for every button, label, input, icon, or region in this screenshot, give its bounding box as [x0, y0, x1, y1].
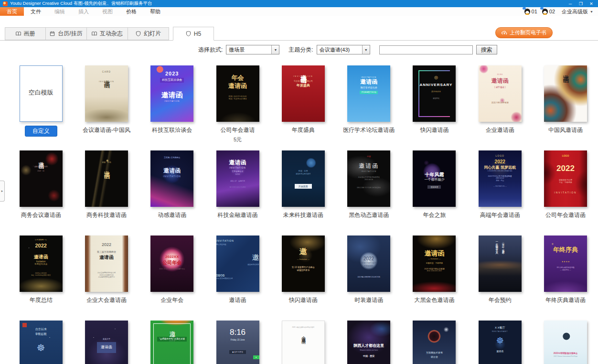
- template-label[interactable]: 医疗学术论坛邀请函: [343, 126, 395, 134]
- template-label[interactable]: 快闪邀请函: [420, 126, 448, 134]
- template-label[interactable]: 年终庆典邀请函: [545, 296, 586, 304]
- template-thumbnail[interactable]: 邀 請"会呼吸的空气" 主题艺术展: [150, 321, 193, 364]
- template-thumbnail[interactable]: INVITATION周年庆邀请函邀诚邀您莅临指导08/06北京某某有限责任公司: [216, 236, 259, 292]
- template-thumbnail[interactable]: 年光 致敬每一年2022邀请函Invitation年度总结大会2022年1月20…: [20, 236, 63, 292]
- filterbar: 选择款式: 微场景 ▼ 主题分类: 会议邀请(43) ▼ 搜索: [0, 44, 598, 55]
- template-label[interactable]: 科技金融邀请函: [218, 211, 258, 219]
- template-thumbnail[interactable]: 二零二二年 农历虎年 一年中的第三百五十六天: [479, 236, 522, 292]
- template-thumbnail[interactable]: LOGO2022诚邀您拨冗出席年会 · 年终盛典INVITATION: [544, 150, 587, 207]
- menu-item[interactable]: 编辑: [48, 7, 72, 16]
- customize-button[interactable]: 自定义: [25, 126, 57, 137]
- thumb-text: 2023: [165, 70, 179, 77]
- template-label[interactable]: 年会之旅: [423, 211, 446, 219]
- cloud-upload-icon: [502, 31, 507, 35]
- upload-ebook-button[interactable]: 上传翻页电子书: [495, 27, 553, 38]
- menu-item[interactable]: 价格: [119, 7, 143, 16]
- menu-item[interactable]: 首页: [0, 7, 24, 16]
- template-thumbnail[interactable]: 互联网+宏远高峰会邀请函INVITATION: [150, 150, 193, 207]
- tab-互动杂志[interactable]: 互动杂志: [87, 27, 128, 40]
- tab-H5[interactable]: H5: [173, 27, 214, 41]
- template-label[interactable]: 企业大会邀请函: [86, 296, 127, 304]
- template-thumbnail[interactable]: 诚邀 · 莅临邀请函: [85, 150, 128, 207]
- tab-画册[interactable]: 画册: [5, 27, 46, 40]
- template-thumbnail[interactable]: 2022第三届互联网峰会邀请函北京互联网科技协会公司2022.6.16 AM 9…: [85, 236, 128, 292]
- template-thumbnail[interactable]: 邀请函INVITATION北京某某科技有限公司年度盛典: [282, 65, 325, 122]
- template-thumbnail[interactable]: 8:16Friday 15 June◼ 邀请 已开启●: [216, 321, 259, 364]
- app-logo-icon: [3, 1, 8, 6]
- template-label[interactable]: 商务会议邀请函: [21, 211, 61, 219]
- template-thumbnail[interactable]: 年会邀请函时间: 2022年1月20日地点: 北京市xx大酒店: [216, 65, 259, 122]
- style-select[interactable]: 微场景 ▼: [226, 45, 279, 54]
- tab-幻灯片[interactable]: 幻灯片: [128, 27, 169, 40]
- template-thumbnail[interactable]: 邀请函: [544, 65, 587, 122]
- template-label[interactable]: 公司年会邀请: [221, 126, 255, 134]
- template-label[interactable]: 快闪邀请函: [289, 296, 318, 304]
- template-thumbnail[interactable]: 邀— Invitation —第 13 届新零售产业峰会诚邀您的参加: [282, 236, 325, 292]
- menu-item[interactable]: 文件: [24, 7, 48, 16]
- template-thumbnail[interactable]: 邀请函「 诚挚邀请莅临指导 」2022 · 01: [20, 150, 63, 207]
- template-thumbnail[interactable]: ◎ANNIVERSARY周年纪念日诚邀莅临: [413, 65, 456, 122]
- search-button[interactable]: 搜索: [476, 45, 497, 54]
- template-label[interactable]: 企业年会: [160, 296, 183, 304]
- chevron-down-icon[interactable]: ▼: [271, 45, 279, 54]
- search-input[interactable]: [379, 45, 473, 54]
- template-card: 某某大学邀请函: [74, 321, 139, 364]
- template-label[interactable]: 大黑金色邀请函: [414, 296, 454, 304]
- template-thumbnail[interactable]: 某某大学邀请函: [85, 321, 128, 364]
- template-label[interactable]: 高端年会邀请函: [480, 211, 520, 219]
- template-thumbnail[interactable]: 2022 中国企业家协会年度会议邀请会议邀请函: [282, 321, 325, 364]
- template-thumbnail[interactable]: 中国邀请函INVITATION北京酒店文化节邀请您的莅临2022.06.26WE…: [347, 150, 390, 207]
- template-thumbnail[interactable]: INVITATION邀请函医疗学术论坛会开启高端医疗学术会: [347, 65, 390, 122]
- restore-button[interactable]: ❐: [576, 1, 586, 6]
- template-thumbnail[interactable]: 邀请函— Invitation —创新科技 · 年终盛典202X 科技年终会议邀…: [413, 236, 456, 292]
- template-thumbnail[interactable]: 2023科技互联洽谈会邀请函INVITATION: [150, 65, 193, 122]
- template-label[interactable]: 科技互联洽谈会: [152, 126, 192, 134]
- menu-item[interactable]: 插入: [72, 7, 96, 16]
- template-thumbnail[interactable]: 科技 · 未来诚邀您见证新品发布开始观看: [282, 150, 325, 207]
- template-label[interactable]: 中国风邀请函: [548, 126, 583, 134]
- template-thumbnail[interactable]: 十年风霜一个都不能少答案解密: [413, 150, 456, 207]
- qq-account[interactable]: 01: [524, 9, 537, 14]
- qq-account[interactable]: 02: [542, 9, 555, 14]
- menu-item[interactable]: 帮助: [143, 7, 167, 16]
- template-thumbnail[interactable]: 互联网技术发布研讨会: [413, 321, 456, 364]
- thumb-text: 邀请函: [37, 157, 45, 160]
- template-label[interactable]: 商务科技邀请函: [86, 211, 127, 219]
- book-icon: [92, 31, 97, 36]
- menu-item[interactable]: 视图: [96, 7, 119, 16]
- chevron-down-icon[interactable]: ▼: [362, 45, 370, 54]
- template-thumbnail[interactable]: LOGO2022同心共赢 筑梦远航CONCENTRIC WIN-WIN DREA…: [479, 150, 522, 207]
- template-thumbnail[interactable]: 2022XX公司年会2022-12-26 北京市朝阳区鑫隆酒店: [150, 236, 193, 292]
- thumb-text: — INVITATION —: [493, 185, 507, 188]
- template-label[interactable]: 邀请函: [229, 296, 246, 304]
- template-label[interactable]: 会议邀请函-中国风: [83, 126, 130, 134]
- template-label[interactable]: 时装邀请函: [354, 296, 383, 304]
- close-button[interactable]: ✕: [587, 1, 596, 6]
- template-label[interactable]: 年度总结: [30, 296, 53, 304]
- edition-dropdown[interactable]: 企业高级版 ▼: [562, 8, 593, 15]
- template-label[interactable]: 企业邀请函: [486, 126, 514, 134]
- thumb-text: 2022.02.02 深圳 · 南山: [496, 177, 504, 182]
- template-thumbnail[interactable]: 1130邀请函( 诚挚邀请 )某某大酒店诚挚邀请: [479, 65, 522, 122]
- template-thumbnail[interactable]: 空白模版: [20, 65, 63, 122]
- template-card: 2022INVITATION时装邀请函2021 FALL/WINTER COLL…: [336, 236, 401, 321]
- template-label[interactable]: 公司年会邀请函: [545, 211, 586, 219]
- thumb-text: 邀请函: [491, 77, 509, 85]
- template-thumbnail[interactable]: 自古以来掌舵起航☸: [20, 321, 63, 364]
- template-thumbnail[interactable]: 2022中国国际渔业博览会2022 Chinese International …: [544, 321, 587, 364]
- template-thumbnail[interactable]: X X餐厅RESTAURANT☸邀请函: [479, 321, 522, 364]
- template-thumbnail[interactable]: 陕西人才都在这里Shaanxi talents are here中国 · 西安: [347, 321, 390, 364]
- template-label[interactable]: 未来科技邀请函: [283, 211, 323, 219]
- template-label[interactable]: 黑色动态邀请函: [349, 211, 389, 219]
- template-label[interactable]: 年会预约: [489, 296, 512, 304]
- category-select[interactable]: 会议邀请(43) ▼: [317, 45, 370, 54]
- sidebar-expand-toggle[interactable]: ▸: [0, 181, 5, 202]
- template-label[interactable]: 动感邀请函: [158, 211, 186, 219]
- minimize-button[interactable]: ─: [566, 1, 575, 6]
- template-thumbnail[interactable]: 年终序典● ● ● ●XX 公司年终庆典邀请函— 诚邀莅临 —: [544, 236, 587, 292]
- template-thumbnail[interactable]: CARD邀请函INVITATION: [85, 65, 128, 122]
- template-thumbnail[interactable]: 2022INVITATION时装邀请函2021 FALL/WINTER COLL…: [347, 236, 390, 292]
- template-thumbnail[interactable]: 邀请函INVITATION世界金融会议12/12诚邀人群 · 金融精英M I C…: [216, 150, 259, 207]
- template-label[interactable]: 年度盛典: [292, 126, 315, 134]
- tab-台历/挂历[interactable]: 台历/挂历: [46, 27, 87, 40]
